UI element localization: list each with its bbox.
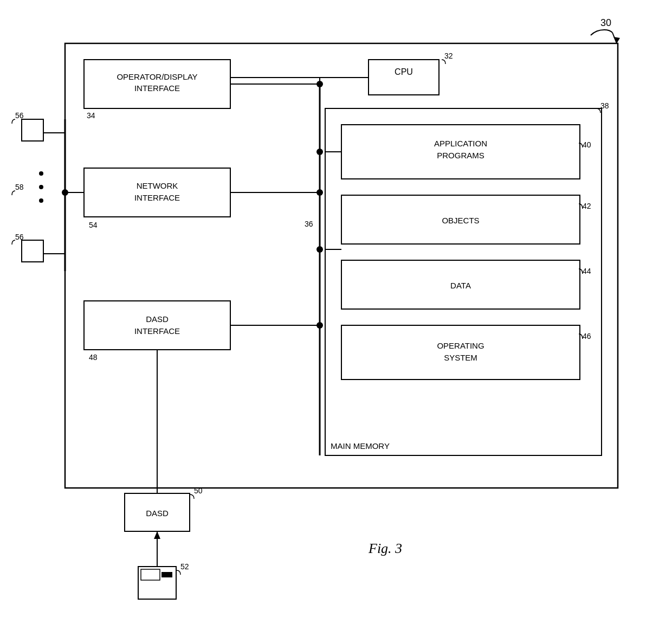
up-arrow-head bbox=[154, 531, 160, 539]
ellipsis-dot-1 bbox=[39, 171, 43, 176]
main-memory-ref: 38 bbox=[600, 101, 609, 110]
node3-ref: 56 bbox=[15, 233, 24, 241]
os-label-2: SYSTEM bbox=[444, 353, 477, 362]
bus-dot-1 bbox=[316, 149, 323, 155]
network-interface-label-1: NETWORK bbox=[137, 181, 178, 190]
bus-dot-2 bbox=[316, 246, 323, 253]
bus-dot-dasd bbox=[316, 322, 323, 329]
operating-system-box bbox=[341, 325, 580, 380]
figure-label: Fig. 3 bbox=[368, 541, 402, 556]
app-programs-label-1: APPLICATION bbox=[434, 139, 487, 148]
dasd-interface-label-2: INTERFACE bbox=[134, 326, 180, 336]
dasd-interface-box bbox=[84, 301, 230, 350]
app-programs-label-2: PROGRAMS bbox=[437, 151, 484, 160]
operator-display-label-2: INTERFACE bbox=[134, 83, 180, 93]
objects-ref: 42 bbox=[583, 202, 591, 210]
data-ref: 44 bbox=[583, 267, 591, 275]
node2-ref: 58 bbox=[15, 183, 24, 191]
objects-label: OBJECTS bbox=[442, 216, 479, 225]
dasd-interface-ref: 48 bbox=[89, 353, 98, 362]
dasd-unit-label: DASD bbox=[146, 509, 169, 518]
ellipsis-dot-3 bbox=[39, 198, 43, 203]
os-ref: 46 bbox=[583, 332, 591, 340]
cpu-box bbox=[369, 60, 439, 95]
node1-ref: 56 bbox=[15, 111, 24, 120]
operator-display-ref: 34 bbox=[87, 111, 95, 120]
main-memory-label: MAIN MEMORY bbox=[331, 441, 390, 451]
ellipsis-dot-2 bbox=[39, 185, 43, 189]
app-programs-ref: 40 bbox=[583, 140, 591, 149]
dasd-unit-ref: 50 bbox=[194, 486, 203, 495]
storage-inner-slot bbox=[141, 569, 160, 580]
arrow-head bbox=[613, 37, 620, 43]
network-interface-box bbox=[84, 168, 230, 217]
storage-inner-rect bbox=[161, 572, 172, 577]
bus-dot-op bbox=[316, 81, 323, 87]
data-label: DATA bbox=[450, 281, 471, 290]
squiggle-arrow bbox=[591, 30, 612, 35]
network-node-1 bbox=[22, 119, 43, 141]
diagram-svg: 30 CPU 32 OPERATOR/DISPLAY INTERFACE 34 … bbox=[0, 0, 672, 630]
diagram-container: 30 CPU 32 OPERATOR/DISPLAY INTERFACE 34 … bbox=[0, 0, 672, 630]
bus-ref: 36 bbox=[305, 220, 313, 228]
network-node-3 bbox=[22, 240, 43, 262]
bus-dot-net bbox=[316, 189, 323, 196]
cpu-ref: 32 bbox=[444, 52, 453, 60]
cpu-label: CPU bbox=[395, 67, 413, 76]
os-label-1: OPERATING bbox=[437, 341, 484, 350]
network-interface-ref: 54 bbox=[89, 221, 98, 229]
dasd-interface-label-1: DASD bbox=[146, 314, 169, 324]
ref-30-label: 30 bbox=[600, 17, 611, 28]
operator-display-label-1: OPERATOR/DISPLAY bbox=[117, 72, 197, 81]
storage-device-box bbox=[138, 567, 176, 599]
network-interface-label-2: INTERFACE bbox=[134, 193, 180, 202]
storage-ref: 52 bbox=[180, 562, 189, 571]
